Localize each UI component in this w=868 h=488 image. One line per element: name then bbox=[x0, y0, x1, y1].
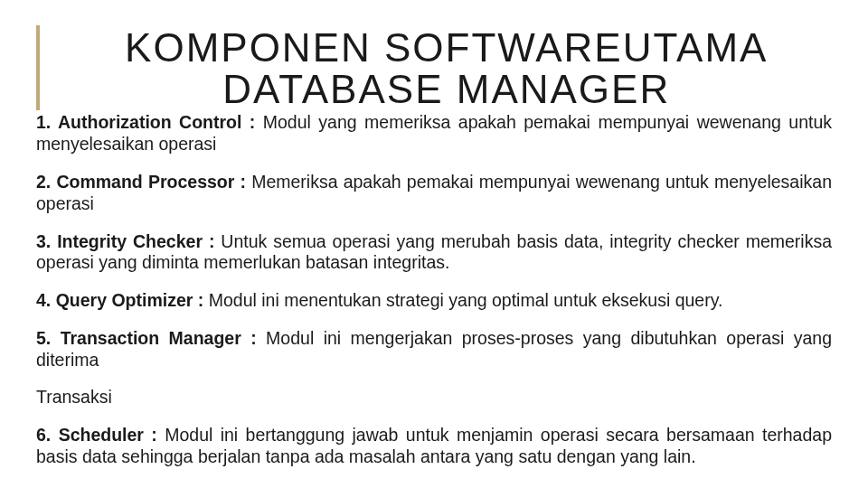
title-line-2: DATABASE MANAGER bbox=[222, 67, 670, 111]
item-integrity-checker: 3. Integrity Checker : Untuk semua opera… bbox=[36, 231, 832, 275]
item-transaction-manager: 5. Transaction Manager : Modul ini menge… bbox=[36, 328, 832, 371]
item-scheduler: 6. Scheduler : Modul ini bertanggung jaw… bbox=[36, 425, 832, 468]
title-accent-rule bbox=[36, 25, 40, 110]
item-lead: 5. Transaction Manager : bbox=[36, 328, 257, 348]
item-lead: 6. Scheduler : bbox=[36, 425, 157, 445]
item-lead: 4. Query Optimizer : bbox=[36, 290, 203, 310]
item-lead: 3. Integrity Checker : bbox=[36, 231, 214, 251]
item-authorization-control: 1. Authorization Control : Modul yang me… bbox=[36, 112, 832, 155]
item-command-processor: 2. Command Processor : Memeriksa apakah … bbox=[36, 172, 832, 215]
title-block: KOMPONEN SOFTWAREUTAMA DATABASE MANAGER bbox=[36, 25, 832, 110]
item-text: Modul ini menentukan strategi yang optim… bbox=[203, 290, 722, 310]
slide-page: KOMPONEN SOFTWAREUTAMA DATABASE MANAGER … bbox=[0, 0, 868, 468]
body-text: 1. Authorization Control : Modul yang me… bbox=[36, 112, 832, 467]
item-query-optimizer: 4. Query Optimizer : Modul ini menentuka… bbox=[36, 290, 832, 312]
item-lead: 2. Command Processor : bbox=[36, 172, 246, 192]
title-line-1: KOMPONEN SOFTWAREUTAMA bbox=[125, 25, 768, 70]
slide-title: KOMPONEN SOFTWAREUTAMA DATABASE MANAGER bbox=[61, 25, 833, 110]
standalone-label-transaksi: Transaksi bbox=[36, 387, 832, 408]
item-lead: 1. Authorization Control : bbox=[36, 112, 255, 132]
